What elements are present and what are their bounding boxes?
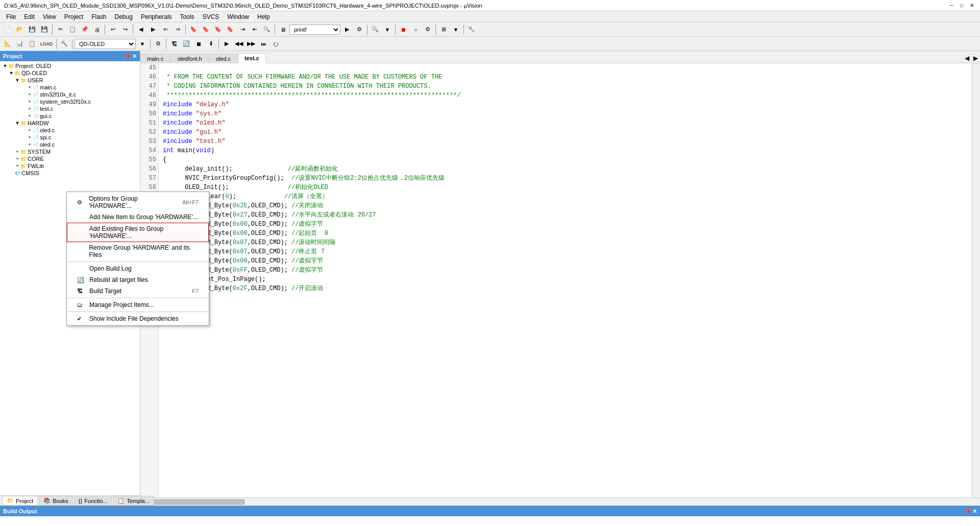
panel-tab-project[interactable]: 📁 Project bbox=[2, 496, 38, 506]
expand-user[interactable]: ▼ bbox=[14, 78, 20, 83]
search-btn[interactable]: 🔍 bbox=[261, 24, 273, 35]
save-all-btn[interactable]: 💾 bbox=[39, 24, 50, 35]
tb2-btn2[interactable]: 📊 bbox=[14, 38, 26, 50]
expand-main-c[interactable]: + bbox=[27, 85, 33, 90]
tree-fwlib[interactable]: + 📁 FWLib bbox=[0, 162, 140, 170]
expand-oled-c1[interactable]: + bbox=[27, 128, 33, 133]
stop-btn[interactable]: ⏹ bbox=[398, 24, 409, 35]
expand-spi-c[interactable]: + bbox=[27, 135, 33, 140]
cut-btn[interactable]: ✂ bbox=[55, 24, 66, 35]
ctx-add-existing[interactable]: Add Existing Files to Group 'HARDWARE'..… bbox=[67, 223, 209, 242]
expand-project[interactable]: ▼ bbox=[2, 63, 8, 68]
menu-peripherals[interactable]: Peripherals bbox=[137, 12, 176, 21]
menu-project[interactable]: Project bbox=[60, 12, 87, 21]
expand-stm32-it[interactable]: + bbox=[27, 92, 33, 97]
tb2-download-btn[interactable]: ⬇ bbox=[205, 38, 216, 50]
zoom-btn[interactable]: 🔍 bbox=[370, 24, 381, 35]
ctx-options[interactable]: ⚙ Options for Group 'HARDWARE'... Alt+F7 bbox=[67, 193, 209, 211]
tb2-build-btn[interactable]: 🏗 bbox=[168, 38, 180, 50]
bookmark3-btn[interactable]: 🔖 bbox=[212, 24, 224, 35]
new-file-btn[interactable]: 📄 bbox=[2, 24, 13, 35]
menu-window[interactable]: Window bbox=[223, 12, 253, 21]
expand-gui-c[interactable]: + bbox=[27, 113, 33, 118]
panel-tab-functions[interactable]: {} Functio... bbox=[74, 496, 112, 506]
project-close-btn[interactable]: ✕ bbox=[132, 53, 137, 60]
tree-main-c[interactable]: + 📄 main.c bbox=[0, 84, 140, 91]
nav-fwd-btn[interactable]: ▶ bbox=[148, 24, 159, 35]
window-dropdown-btn[interactable]: ▼ bbox=[450, 24, 461, 35]
tree-cmsis[interactable]: 💎 CMSIS bbox=[0, 170, 140, 177]
menu-debug[interactable]: Debug bbox=[111, 12, 137, 21]
expand-fwlib[interactable]: + bbox=[14, 163, 20, 169]
menu-flash[interactable]: Flash bbox=[87, 12, 110, 21]
redo-btn[interactable]: ↪ bbox=[119, 24, 131, 35]
minimize-button[interactable]: ─ bbox=[947, 2, 955, 10]
tb2-debug7-btn[interactable]: ⭮ bbox=[270, 38, 281, 50]
undo-btn[interactable]: ↩ bbox=[107, 24, 118, 35]
tree-core[interactable]: + 📁 CORE bbox=[0, 155, 140, 162]
bookmark-btn[interactable]: 🔖 bbox=[188, 24, 199, 35]
tree-test-c[interactable]: + 📄 test.c bbox=[0, 105, 140, 112]
tab-main-c[interactable]: main.c bbox=[140, 54, 170, 63]
tb2-settings2-btn[interactable]: ⚙ bbox=[153, 38, 164, 50]
ctx-manage-items[interactable]: 🗂 Manage Project Items... bbox=[67, 299, 209, 310]
settings-btn[interactable]: ⚙ bbox=[422, 24, 433, 35]
tb2-btn1[interactable]: 📐 bbox=[2, 38, 13, 50]
expand-qd-oled[interactable]: ▼ bbox=[8, 70, 14, 76]
tree-oled-c2[interactable]: + 📄 oled.c bbox=[0, 141, 140, 148]
nav-back2-btn[interactable]: ⇐ bbox=[160, 24, 171, 35]
tb2-load-btn[interactable]: LOAD bbox=[39, 38, 54, 50]
ctx-show-include[interactable]: ✔ Show Include File Dependencies bbox=[67, 313, 209, 324]
ctx-add-new[interactable]: Add New Item to Group 'HARDWARE'... bbox=[67, 211, 209, 223]
tree-project-oled[interactable]: ▼ 📁 Project: OLED bbox=[0, 62, 140, 69]
menu-svcs[interactable]: SVCS bbox=[199, 12, 224, 21]
tab-scroll-right[interactable]: ▶ bbox=[971, 54, 980, 63]
h-scroll-thumb[interactable] bbox=[142, 499, 244, 505]
menu-tools[interactable]: Tools bbox=[176, 12, 199, 21]
menu-view[interactable]: View bbox=[39, 12, 60, 21]
panel-tab-books[interactable]: 📚 Books bbox=[39, 496, 73, 506]
panel-tab-templates[interactable]: 📋 Templa... bbox=[113, 496, 154, 506]
maximize-button[interactable]: □ bbox=[958, 2, 966, 10]
print-btn[interactable]: 🖨 bbox=[91, 24, 103, 35]
nav-fwd2-btn[interactable]: ⇒ bbox=[172, 24, 183, 35]
tree-hardware[interactable]: ▼ 📁 HARDW bbox=[0, 119, 140, 127]
menu-edit[interactable]: Edit bbox=[20, 12, 39, 21]
bottom-scrollbar[interactable] bbox=[140, 497, 980, 506]
zoom-dropdown-btn[interactable]: ▼ bbox=[382, 24, 393, 35]
tb2-debug6-btn[interactable]: ⏭ bbox=[258, 38, 269, 50]
tree-gui-c[interactable]: + 📄 gui.c bbox=[0, 112, 140, 119]
tb2-debug3-btn[interactable]: ▶ bbox=[221, 38, 232, 50]
printf-dropdown[interactable]: printf bbox=[289, 25, 340, 35]
tb2-dropdown-btn[interactable]: ▼ bbox=[137, 38, 148, 50]
tb2-btn4[interactable]: 🔨 bbox=[59, 38, 70, 50]
ctx-remove-group[interactable]: Remove Group 'HARDWARE' and its Files bbox=[67, 242, 209, 260]
close-button[interactable]: ✕ bbox=[968, 2, 976, 10]
debug-btn[interactable]: ▶ bbox=[341, 24, 353, 35]
code-area[interactable]: 45 46 47 48 49 50 51 52 53 54 55 56 57 5… bbox=[140, 63, 980, 497]
menu-file[interactable]: File bbox=[2, 12, 20, 21]
tab-test-c[interactable]: test.c bbox=[238, 53, 266, 63]
bookmark4-btn[interactable]: 🔖 bbox=[225, 24, 236, 35]
copy-btn[interactable]: 📋 bbox=[67, 24, 78, 35]
indent-btn[interactable]: ⇥ bbox=[237, 24, 248, 35]
tb2-stop2-btn[interactable]: ⏹ bbox=[193, 38, 204, 50]
expand-system[interactable]: + bbox=[27, 99, 33, 104]
menu-help[interactable]: Help bbox=[253, 12, 274, 21]
unindent-btn[interactable]: ⇤ bbox=[249, 24, 260, 35]
tree-spi-c[interactable]: + 📄 spi.c bbox=[0, 134, 140, 141]
tree-oled-c1[interactable]: + 📄 oled.c bbox=[0, 127, 140, 134]
expand-core[interactable]: + bbox=[14, 156, 20, 161]
window-btn[interactable]: ⊞ bbox=[438, 24, 449, 35]
tb2-debug4-btn[interactable]: ◀◀ bbox=[233, 38, 244, 50]
tb2-debug5-btn[interactable]: ▶▶ bbox=[246, 38, 257, 50]
save-btn[interactable]: 💾 bbox=[27, 24, 38, 35]
bookmark2-btn[interactable]: 🔖 bbox=[200, 24, 211, 35]
ctx-open-build-log[interactable]: Open Build Log bbox=[67, 263, 209, 274]
tree-system-stm32[interactable]: + 📄 system_stm32f10x.c bbox=[0, 98, 140, 105]
circle-btn[interactable]: ○ bbox=[410, 24, 421, 35]
tab-oled-c[interactable]: oled.c bbox=[209, 54, 237, 63]
open-btn[interactable]: 📂 bbox=[14, 24, 26, 35]
ctx-build-target[interactable]: 🏗 Build Target F7 bbox=[67, 285, 209, 297]
target-dropdown[interactable]: QD-OLED bbox=[75, 39, 136, 49]
